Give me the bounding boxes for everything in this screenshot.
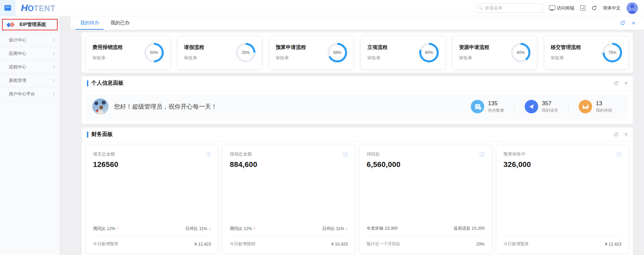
stat-label: 我的待阅 <box>596 108 612 113</box>
workflow-card-title: 费用报销流程 <box>92 44 123 51</box>
sidebar-menu-item[interactable]: 系统管理 <box>0 74 60 87</box>
finance-mid-left: 周同比 12%↑ <box>230 226 256 232</box>
approval-rate-value: 50% <box>150 50 158 55</box>
panel-refresh-icon[interactable] <box>614 81 618 86</box>
finance-bottom-label: 预计近一个月回款 <box>367 241 400 247</box>
sidebar-menu-item-label: 用户中心平台 <box>9 91 35 97</box>
divider <box>367 236 485 236</box>
search-icon <box>479 6 483 10</box>
personal-stat[interactable]: 135 待办数量 <box>461 100 514 113</box>
panel-close-icon[interactable]: × <box>624 81 627 86</box>
panel-accent-bar <box>87 132 88 138</box>
sidebar-item-eip-system[interactable]: EIP管理系统 <box>2 19 58 30</box>
finance-card[interactable]: 借支总金额 126560 周同比 12%↑ 日环比 11%↓ 今日新增预算 ¥ … <box>86 146 218 253</box>
visit-frontend-label: 访问前端 <box>557 5 574 11</box>
workflow-metric-label: 审批率 <box>459 55 489 61</box>
workflow-card[interactable]: 费用报销流程 审批率 50% <box>86 36 170 69</box>
sidebar: EIP管理系统 设计中心 应用中心 流程中心 系统管理 用户中心平台 <box>0 16 60 255</box>
stat-value: 357 <box>542 100 558 107</box>
sidebar-collapse-button[interactable] <box>0 0 16 16</box>
fullscreen-icon[interactable] <box>580 5 585 10</box>
workflow-card-title: 资源申请流程 <box>459 44 489 51</box>
approval-rate-value: 75% <box>608 50 616 55</box>
dashboard-content: 费用报销流程 审批率 50% 请假流程 审批率 25% 预算申请流程 审批率 6… <box>60 30 644 255</box>
tab[interactable]: 我的已办 <box>106 16 134 30</box>
finance-card[interactable]: 预算审批中 326,000 今日新增预算 ¥ 12,423 <box>497 146 628 253</box>
sidebar-menu-item[interactable]: 用户中心平台 <box>0 87 60 101</box>
unread-mail-icon <box>583 105 588 109</box>
language-switcher[interactable]: 简体中文 <box>603 5 620 11</box>
user-avatar[interactable] <box>626 2 638 14</box>
workflow-metric-label: 审批率 <box>184 55 204 61</box>
workflow-card[interactable]: 立项流程 审批率 80% <box>361 36 445 69</box>
personal-stat[interactable]: 357 我的请求 <box>514 100 568 113</box>
workflow-card-title: 立项流程 <box>367 44 388 51</box>
menu-search-box[interactable] <box>476 3 543 13</box>
info-icon[interactable] <box>343 152 348 157</box>
eip-system-label: EIP管理系统 <box>20 22 46 28</box>
workflow-cards-panel: 费用报销流程 审批率 50% 请假流程 审批率 25% 预算申请流程 审批率 6… <box>82 32 633 73</box>
finance-card[interactable]: 报销总金额 884,600 周同比 12%↑ 日环比 11%↓ 今日新增报销 ¥… <box>223 146 355 253</box>
finance-bottom-label: 今日新增预算 <box>93 241 118 247</box>
finance-bottom-label: 今日新增报销 <box>230 241 255 247</box>
personal-stat[interactable]: 13 我的待阅 <box>568 100 622 113</box>
approval-rate-value: 80% <box>425 50 433 55</box>
refresh-icon[interactable] <box>591 5 597 11</box>
visit-frontend-button[interactable]: 访问前端 <box>549 5 574 11</box>
app-header: HOTENT 访问前端 简体中文 <box>0 0 644 16</box>
my-requests-icon <box>529 104 534 109</box>
approval-rate-ring: 75% <box>603 43 622 62</box>
info-icon[interactable] <box>480 152 485 157</box>
sidebar-menu-item-label: 系统管理 <box>9 78 26 84</box>
finance-card-label: 待回款 <box>367 151 380 157</box>
workflow-card[interactable]: 预算申请流程 审批率 68% <box>270 36 353 69</box>
workflow-metric-label: 审批率 <box>367 55 388 61</box>
finance-card-value: 884,600 <box>230 160 348 169</box>
workflow-metric-label: 审批率 <box>92 55 123 61</box>
approval-rate-value: 68% <box>333 50 341 55</box>
panel-refresh-icon[interactable] <box>614 132 618 137</box>
sidebar-menu-item-label: 应用中心 <box>9 51 26 57</box>
logo-letter: O <box>28 4 34 13</box>
greeting-text: 您好！超级管理员，祝你开心每一天！ <box>114 103 217 111</box>
app-logo: HOTENT <box>21 3 55 13</box>
finance-card[interactable]: 待回款 6,560,000 年度坏账 23,300 提前还款 10,200 预计… <box>360 146 491 253</box>
chevron-right-icon <box>52 79 55 82</box>
sidebar-menu-item-label: 流程中心 <box>9 64 26 70</box>
finance-mid-right: 日环比 11%↓ <box>322 226 348 232</box>
chevron-right-icon <box>52 38 55 42</box>
personal-info-panel: 个人信息面板 × 您好！超级管理员，祝你开心每一天！ 135 待办数量 <box>82 76 633 124</box>
workflow-card[interactable]: 请假流程 审批率 25% <box>178 36 262 69</box>
panel-accent-bar <box>87 80 88 86</box>
eip-logo-icon <box>7 22 16 28</box>
finance-card-value: 126560 <box>93 160 211 169</box>
panel-close-icon[interactable]: × <box>624 132 627 137</box>
finance-card-value: 6,560,000 <box>367 160 485 169</box>
trend-down-arrow-icon: ↓ <box>345 226 348 231</box>
tab[interactable]: 我的待办 <box>75 16 104 30</box>
approval-rate-ring: 80% <box>419 43 439 62</box>
chevron-right-icon <box>52 52 55 55</box>
personal-panel-title: 个人信息面板 <box>91 80 124 87</box>
sidebar-menu-item[interactable]: 应用中心 <box>0 47 60 60</box>
tabs-refresh-icon[interactable] <box>620 21 625 26</box>
sidebar-menu-item[interactable]: 流程中心 <box>0 60 60 74</box>
workflow-metric-label: 审批率 <box>276 55 306 61</box>
info-icon[interactable] <box>616 152 621 157</box>
search-input[interactable] <box>485 5 544 10</box>
tabs-close-icon[interactable]: × <box>632 20 635 26</box>
info-icon[interactable] <box>206 152 211 157</box>
sidebar-menu-item[interactable]: 设计中心 <box>0 33 60 47</box>
user-photo-avatar[interactable] <box>92 98 109 115</box>
todo-count-icon <box>475 104 480 109</box>
workflow-card[interactable]: 移交管理流程 审批率 75% <box>545 36 628 69</box>
approval-rate-ring: 25% <box>236 43 255 62</box>
finance-bottom-label: 今日新增预算 <box>503 241 529 247</box>
finance-bottom-value: 20% <box>476 242 485 247</box>
finance-bottom-value: ¥ 10,423 <box>331 242 348 247</box>
workflow-card[interactable]: 资源申请流程 审批率 40% <box>453 36 536 69</box>
sidebar-menu: 设计中心 应用中心 流程中心 系统管理 用户中心平台 <box>0 33 60 101</box>
approval-rate-ring: 50% <box>144 43 164 62</box>
finance-panel-title: 财务面板 <box>91 131 113 138</box>
finance-mid-left: 周同比 12%↑ <box>93 226 119 232</box>
